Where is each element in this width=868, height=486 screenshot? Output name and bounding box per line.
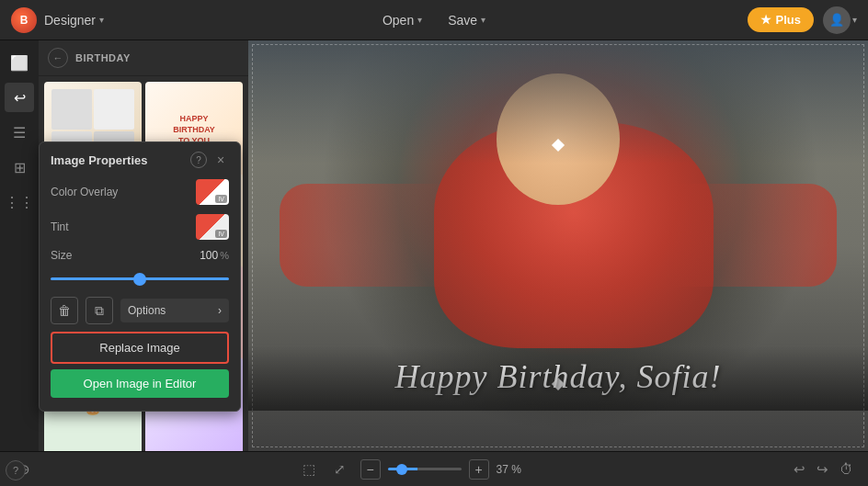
copy-icon: ⧉: [95, 303, 104, 319]
zoom-in-button[interactable]: +: [469, 459, 489, 480]
user-icon: 👤: [829, 13, 844, 27]
rail-image-icon[interactable]: ⬜: [5, 48, 34, 77]
color-overlay-label: Color Overlay: [51, 186, 196, 198]
zoom-value: 37 %: [497, 463, 530, 476]
size-row: Size 100 %: [51, 249, 229, 262]
avatar-chevron: ▾: [852, 15, 857, 25]
avatar[interactable]: 👤: [823, 6, 851, 34]
arms-sim: [280, 184, 838, 287]
star-icon: ★: [760, 13, 771, 27]
app-menu-chevron: ▾: [99, 15, 104, 25]
replace-image-button[interactable]: Replace Image: [51, 332, 229, 364]
app-name[interactable]: Designer ▾: [44, 13, 104, 28]
rail-layers-icon[interactable]: ☰: [5, 118, 34, 147]
app-logo[interactable]: B: [11, 7, 37, 33]
panel-actions: 🗑 ⧉ Options ›: [51, 297, 229, 324]
topbar-center: Open ▾ Save ▾: [371, 9, 497, 31]
color-overlay-row: Color Overlay IV: [51, 179, 229, 205]
open-chevron: ▾: [417, 15, 422, 25]
help-icon-button[interactable]: ?: [190, 152, 207, 168]
color-overlay-swatch[interactable]: IV: [196, 179, 229, 205]
open-editor-button[interactable]: Open Image in Editor: [51, 369, 229, 398]
help-corner-button[interactable]: ?: [6, 460, 26, 480]
plus-button[interactable]: ★ Plus: [748, 7, 814, 32]
canvas-area: Happy Birthday, Sofia!: [248, 40, 868, 451]
main-area: ⬜ ↩ ☰ ⊞ ⋮⋮ ← BIRTHDAY: [0, 40, 868, 451]
zoom-slider[interactable]: [388, 468, 462, 470]
expand-icon[interactable]: ⤢: [330, 458, 349, 481]
size-slider-container: [51, 267, 229, 284]
rail-grid-icon[interactable]: ⊞: [5, 153, 34, 182]
tint-label: Tint: [51, 220, 196, 233]
templates-title: BIRTHDAY: [75, 52, 131, 63]
templates-header: ← BIRTHDAY: [39, 40, 248, 76]
close-icon-button[interactable]: ×: [212, 152, 229, 168]
size-slider[interactable]: [51, 277, 229, 280]
zoom-controls: − + 37 %: [360, 459, 530, 480]
icon-rail: ⬜ ↩ ☰ ⊞ ⋮⋮: [0, 40, 39, 451]
options-arrow-icon: ›: [218, 304, 222, 317]
size-unit: %: [220, 250, 229, 261]
save-button[interactable]: Save ▾: [437, 9, 497, 31]
trash-icon: 🗑: [58, 303, 71, 318]
sidebar: ⬜ ↩ ☰ ⊞ ⋮⋮ ← BIRTHDAY: [0, 40, 248, 451]
panel-title: Image Properties: [51, 153, 190, 167]
rail-template-icon[interactable]: ↩: [5, 83, 34, 112]
save-chevron: ▾: [481, 15, 485, 25]
redo-button[interactable]: ↪: [817, 461, 828, 478]
undo-button[interactable]: ↩: [794, 461, 805, 478]
size-label: Size: [51, 249, 200, 262]
image-properties-panel: Image Properties ? × Color Overlay IV: [39, 141, 241, 412]
size-value: 100: [200, 249, 218, 262]
fit-icon[interactable]: ⬚: [299, 458, 319, 481]
zoom-out-button[interactable]: −: [360, 459, 381, 480]
history-button[interactable]: ⏱: [839, 461, 853, 477]
tint-swatch[interactable]: IV: [196, 214, 229, 240]
text-gradient-bar: [248, 346, 868, 411]
bottombar: ⊕ ⬚ ⤢ − + 37 % ↩ ↪ ⏱: [0, 451, 868, 486]
delete-icon-button[interactable]: 🗑: [51, 297, 78, 324]
back-button[interactable]: ←: [48, 48, 68, 68]
open-button[interactable]: Open ▾: [371, 9, 433, 31]
options-button[interactable]: Options ›: [120, 299, 229, 322]
rail-sliders-icon[interactable]: ⋮⋮: [5, 187, 34, 217]
panel-header: Image Properties ? ×: [51, 152, 229, 168]
topbar: B Designer ▾ Open ▾ Save ▾ ★ Plus 👤 ▾: [0, 0, 868, 40]
tint-row: Tint IV: [51, 214, 229, 240]
duplicate-icon-button[interactable]: ⧉: [86, 297, 113, 324]
